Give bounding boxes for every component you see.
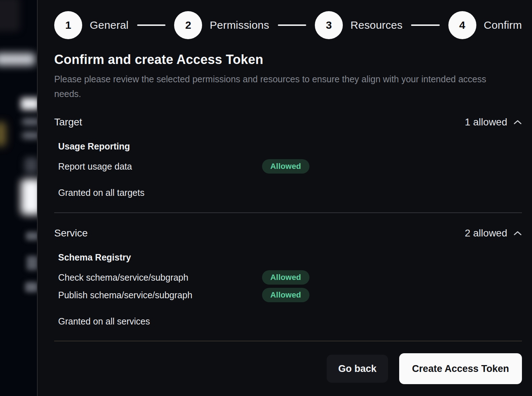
status-badge: Allowed (262, 159, 309, 174)
blurred-sidebar-artifact (21, 98, 38, 110)
blurred-sidebar-artifact (24, 157, 38, 173)
chevron-up-icon (513, 120, 522, 125)
section-header-service: Service 2 allowed (54, 227, 522, 239)
step-number-badge: 4 (448, 11, 476, 39)
step-number-badge: 1 (54, 11, 82, 39)
allowed-count: 2 allowed (465, 227, 507, 239)
step-number-badge: 3 (315, 11, 343, 39)
footer-divider (54, 341, 522, 341)
permission-label: Check schema/service/subgraph (58, 272, 262, 283)
blurred-sidebar-artifact (0, 53, 35, 65)
section-header-target: Target 1 allowed (54, 116, 522, 128)
section-title: Target (54, 116, 82, 128)
blurred-sidebar-artifact (0, 122, 6, 146)
allowed-count: 1 allowed (465, 116, 507, 128)
modal-content: 1 General 2 Permissions 3 Resources 4 Co… (38, 0, 532, 396)
permission-group-name: Usage Reporting (58, 141, 522, 152)
stepper-connector (278, 24, 306, 26)
permission-row: Publish schema/service/subgraph Allowed (58, 288, 522, 302)
wizard-stepper: 1 General 2 Permissions 3 Resources 4 Co… (54, 11, 522, 39)
stepper-connector (137, 24, 165, 26)
go-back-button[interactable]: Go back (327, 355, 388, 383)
step-confirm[interactable]: 4 Confirm (448, 11, 522, 39)
blurred-sidebar-artifact (22, 132, 38, 139)
step-label: General (90, 19, 129, 31)
step-label: Resources (350, 19, 402, 31)
target-collapse-toggle[interactable]: 1 allowed (465, 116, 522, 128)
blurred-sidebar-artifact (26, 232, 38, 240)
service-collapse-toggle[interactable]: 2 allowed (465, 227, 522, 239)
chevron-up-icon (513, 231, 522, 236)
stepper-connector (411, 24, 439, 26)
step-label: Permissions (210, 19, 269, 31)
granted-note: Granted on all targets (54, 188, 522, 198)
step-general[interactable]: 1 General (54, 11, 129, 39)
blurred-backdrop-strip (0, 0, 38, 396)
footer-actions: Go back Create Access Token (54, 353, 522, 384)
step-resources[interactable]: 3 Resources (315, 11, 402, 39)
section-divider (54, 212, 522, 213)
blurred-sidebar-artifact (22, 119, 38, 125)
section-title: Service (54, 227, 88, 239)
granted-note: Granted on all services (54, 316, 522, 327)
target-section-body: Usage Reporting Report usage data Allowe… (54, 128, 522, 174)
page-subtitle: Please please review the selected permis… (54, 72, 498, 101)
status-badge: Allowed (262, 270, 309, 285)
permission-label: Report usage data (58, 161, 262, 172)
permission-group-name: Schema Registry (58, 252, 522, 263)
blurred-sidebar-artifact (27, 256, 38, 270)
status-badge: Allowed (262, 288, 309, 302)
page-title: Confirm and create Access Token (54, 52, 522, 67)
blurred-sidebar-artifact (21, 179, 38, 215)
create-access-token-modal: 1 General 2 Permissions 3 Resources 4 Co… (0, 0, 532, 396)
step-permissions[interactable]: 2 Permissions (174, 11, 269, 39)
permission-row: Report usage data Allowed (58, 159, 522, 174)
blurred-sidebar-artifact (25, 282, 38, 292)
permission-label: Publish schema/service/subgraph (58, 290, 262, 300)
permission-row: Check schema/service/subgraph Allowed (58, 270, 522, 285)
create-access-token-button[interactable]: Create Access Token (399, 353, 522, 384)
step-label: Confirm (484, 19, 522, 31)
step-number-badge: 2 (174, 11, 202, 39)
service-section-body: Schema Registry Check schema/service/sub… (54, 239, 522, 302)
blurred-sidebar-artifact (0, 0, 20, 32)
